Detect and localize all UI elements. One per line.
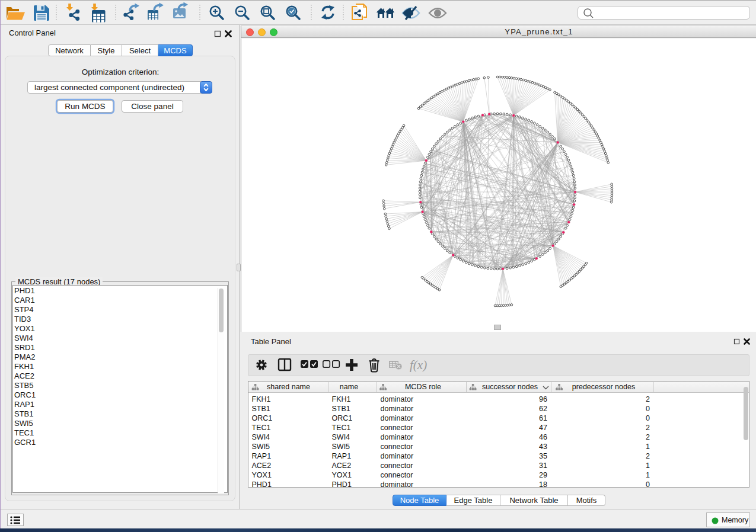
svg-text:f(x): f(x) <box>410 358 427 372</box>
